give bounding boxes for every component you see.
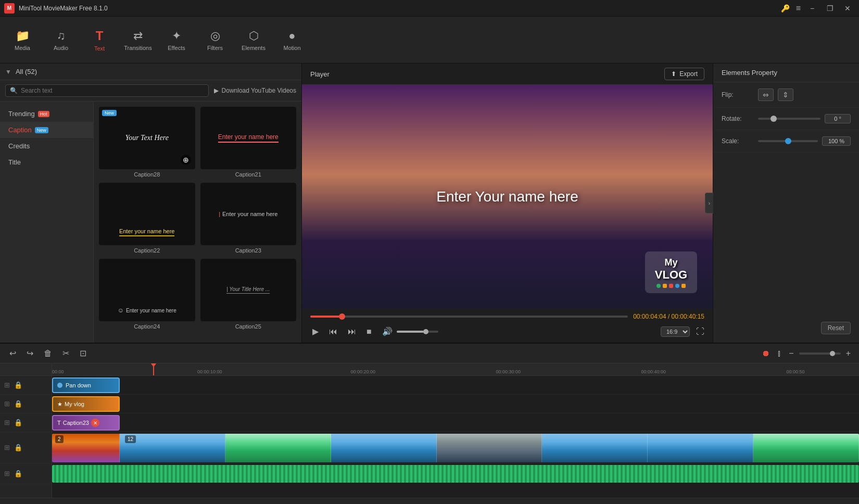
toolbar-elements-label: Elements [242,45,266,51]
caption-card-24[interactable]: Enter your name here Caption24 [99,259,195,330]
split-button[interactable]: ⫿ [775,347,784,360]
search-input[interactable] [21,87,204,94]
add-caption28-btn[interactable]: ⊕ [181,155,191,165]
playhead[interactable] [153,363,154,375]
toolbar-transitions[interactable]: ⇄ Transitions [120,22,156,58]
vlog-clip-icon: ★ [57,401,62,408]
flip-vertical-button[interactable]: ⇕ [778,89,793,101]
toolbar-effects[interactable]: ✦ Effects [158,22,195,58]
download-youtube-btn[interactable]: ▶ Download YouTube Videos [214,87,296,94]
add-vlog-btn[interactable]: ⊞ [3,399,11,409]
zoom-slider[interactable] [799,352,841,355]
volume-thumb[interactable] [423,329,428,334]
reset-button[interactable]: Reset [821,322,851,334]
clip-pan-down[interactable]: Pan down [52,377,120,393]
toolbar-elements[interactable]: ⬡ Elements [235,22,272,58]
caption-card-25[interactable]: | Your Title Here ... Caption25 [200,259,297,330]
toolbar-filters[interactable]: ◎ Filters [197,22,233,58]
lock-vlog-btn[interactable]: 🔒 [13,399,23,409]
scale-value[interactable]: 100 % [822,136,851,146]
restore-button[interactable]: ❐ [823,3,837,14]
redo-button[interactable]: ↪ [23,346,36,360]
minimize-button[interactable]: − [805,3,819,14]
volume-icon[interactable]: 🔊 [380,324,395,338]
video-thumb-3 [225,434,331,462]
properties-expand-btn[interactable]: › [705,193,713,213]
player-progress-bar[interactable] [310,316,628,318]
scale-thumb[interactable] [785,138,791,144]
sidebar-item-caption[interactable]: Caption New [0,122,93,138]
lock-caption-btn[interactable]: 🔒 [13,418,23,427]
rotate-value[interactable]: 0 ° [825,114,851,123]
menu-icon[interactable]: ≡ [796,4,801,13]
rotate-slider[interactable] [758,118,820,120]
lock-track-btn[interactable]: 🔒 [13,380,23,390]
crop-button[interactable]: ⊡ [77,346,90,360]
toolbar-media[interactable]: 📁 Media [4,22,41,58]
undo-button[interactable]: ↩ [6,346,19,360]
sidebar-item-credits[interactable]: Credits [0,138,93,154]
add-audio-btn[interactable]: ⊞ [3,469,11,478]
timeline-body: ⊞ 🔒 ⊞ 🔒 ⊞ 🔒 ⊞ 🔒 ⊞ 🔒 [0,363,859,498]
volume-bar[interactable] [397,331,438,333]
scale-row: Scale: 100 % [713,130,859,153]
cut-button[interactable]: ✂ [59,346,72,360]
sidebar-item-trending[interactable]: Trending Hot [0,106,93,122]
delete-button[interactable]: 🗑 [41,347,55,360]
caption-card-28[interactable]: New Your Text Here ⊕ Caption28 [99,107,195,178]
scale-label: Scale: [722,137,753,145]
caption-card-21[interactable]: Enter your name here Caption21 [200,107,297,178]
new-badge-28: New [102,110,117,116]
play-button[interactable]: ▶ [310,324,321,338]
record-button[interactable]: ⏺ [760,347,772,360]
caption22-label: Caption22 [134,247,160,254]
caption-remove-btn[interactable]: ✕ [91,419,99,427]
clip-vlog[interactable]: ★ My vlog [52,396,120,412]
toolbar-audio-label: Audio [54,45,68,51]
sidebar-item-title[interactable]: Title [0,154,93,170]
lock-video-btn[interactable]: 🔒 [13,443,23,452]
player-area: Player ⬆ Export Enter Your name here My … [302,64,713,343]
flip-horizontal-button[interactable]: ⇔ [758,89,774,101]
toolbar-text[interactable]: T Text [81,22,118,58]
track-control-video: ⊞ 🔒 [0,432,52,463]
add-caption-btn[interactable]: ⊞ [3,418,11,427]
clip-caption23[interactable]: T Caption23 ✕ [52,415,120,431]
ruler-mark-10: 00:00:10:00 [197,369,222,374]
flip-control: ⇔ ⇕ [758,89,851,101]
timeline-scrollbar[interactable] [0,498,859,504]
media-icon: 📁 [16,29,30,43]
add-video-btn[interactable]: ⊞ [3,443,11,452]
toolbar: 📁 Media ♫ Audio T Text ⇄ Transitions ✦ E… [0,17,859,64]
collapse-arrow[interactable]: ▼ [5,68,11,75]
titlebar: M MiniTool MovieMaker Free 8.1.0 🔑 ≡ − ❐… [0,0,859,17]
fullscreen-button[interactable]: ⛶ [696,327,704,336]
zoom-out-button[interactable]: − [787,347,795,360]
ruler-mark-30: 00:00:30:00 [496,369,521,374]
left-panel-body: Trending Hot Caption New Credits Title [0,102,301,343]
progress-thumb[interactable] [339,313,345,320]
add-track-btn[interactable]: ⊞ [3,380,11,390]
vlog-text: VLOG [655,268,687,282]
pan-dot [57,383,62,388]
lock-audio-btn[interactable]: 🔒 [13,469,23,478]
prev-button[interactable]: ⏮ [327,325,339,338]
next-button[interactable]: ⏭ [346,325,358,338]
stop-button[interactable]: ■ [364,325,374,338]
scale-slider[interactable] [758,140,818,142]
sidebar-trending-label: Trending [8,110,35,118]
audio-icon: ♫ [57,29,66,43]
caption-card-22[interactable]: Enter your name here Caption22 [99,183,195,254]
track-pan-down: Pan down [52,376,859,395]
zoom-slider-thumb[interactable] [830,351,835,356]
aspect-ratio-select[interactable]: 16:9 4:3 1:1 9:16 [661,326,690,337]
rotate-label: Rotate: [722,115,753,122]
waveform-inner [52,465,859,483]
toolbar-audio[interactable]: ♫ Audio [43,22,79,58]
rotate-thumb[interactable] [770,116,777,122]
caption-card-23[interactable]: Enter your name here Caption23 [200,183,297,254]
zoom-in-button[interactable]: + [844,347,853,360]
export-button[interactable]: ⬆ Export [664,68,704,80]
toolbar-motion[interactable]: ● Motion [274,22,310,58]
close-button[interactable]: ✕ [840,3,855,14]
